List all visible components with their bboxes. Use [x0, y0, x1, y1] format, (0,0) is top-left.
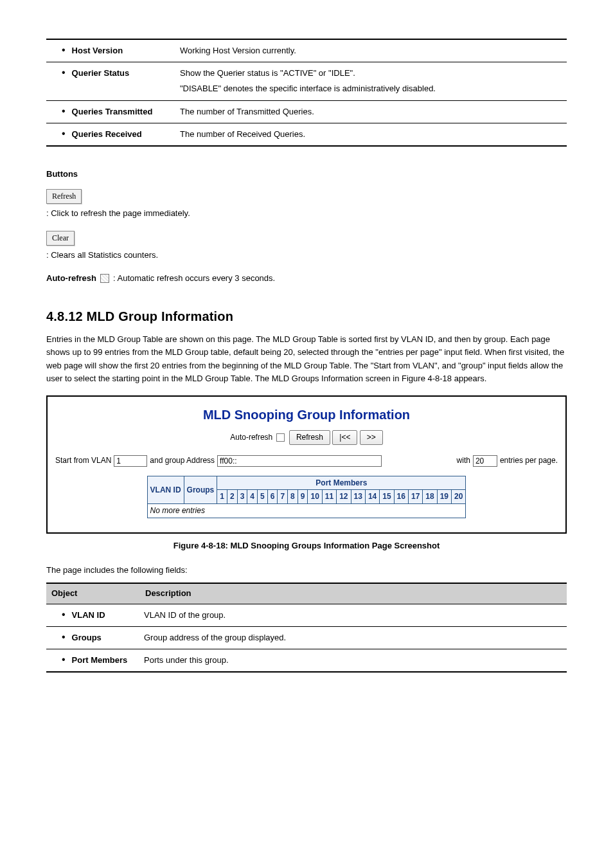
col-description: Description: [140, 583, 567, 604]
refresh-button-image: Refresh: [46, 189, 82, 204]
entries-suffix: entries per page.: [500, 455, 558, 466]
col-object: Object: [46, 583, 140, 604]
group-address-input[interactable]: [217, 455, 382, 467]
groups-label: Groups: [72, 632, 102, 644]
figure-caption: Figure 4-8-18: MLD Snooping Groups Infor…: [46, 540, 567, 552]
auto-refresh-label: Auto-refresh: [46, 273, 96, 284]
bottom-definition-table: Object Description • VLAN ID VLAN ID of …: [46, 583, 567, 673]
row-querier-desc: Show the Querier status is "ACTIVE" or "…: [176, 62, 567, 100]
panel-controls: Auto-refresh Refresh |<< >>: [55, 430, 558, 445]
vlan-id-desc: VLAN ID of the group.: [140, 604, 567, 626]
next-page-button[interactable]: >>: [360, 430, 383, 445]
auto-refresh-checkbox[interactable]: [276, 433, 285, 442]
port-col-4: 4: [247, 490, 258, 504]
row-querier-label: Querier Status: [72, 68, 130, 79]
clear-button-desc: : Clears all Statistics counters.: [46, 249, 567, 261]
auto-refresh-text: Auto-refresh: [230, 433, 272, 442]
row-qrx-desc: The number of Received Queries.: [176, 123, 567, 146]
port-members-desc: Ports under this group.: [140, 649, 567, 672]
col-groups: Groups: [184, 476, 217, 504]
port-col-1: 1: [217, 490, 227, 504]
refresh-button[interactable]: Refresh: [289, 430, 330, 445]
port-members-label: Port Members: [72, 655, 128, 666]
bullet-icon: •: [62, 655, 66, 665]
port-col-17: 17: [408, 490, 422, 504]
port-col-10: 10: [308, 490, 322, 504]
page: • Host Version Working Host Version curr…: [0, 0, 613, 698]
auto-refresh-desc: : Automatic refresh occurs every 3 secon…: [113, 273, 275, 284]
bullet-icon: •: [62, 68, 66, 78]
members-table: VLAN ID Groups Port Members 123456789101…: [147, 476, 466, 518]
port-col-11: 11: [322, 490, 336, 504]
col-vlan-id: VLAN ID: [147, 476, 184, 504]
row-qtx-desc: The number of Transmitted Queries.: [176, 100, 567, 123]
bullet-icon: •: [62, 106, 66, 116]
section-paragraph: Entries in the MLD Group Table are shown…: [46, 333, 567, 385]
checkbox-icon: [100, 274, 109, 283]
port-col-9: 9: [298, 490, 308, 504]
port-col-18: 18: [423, 490, 437, 504]
clear-button-image: Clear: [46, 231, 75, 246]
port-col-7: 7: [278, 490, 288, 504]
panel-title: MLD Snooping Group Information: [55, 403, 558, 426]
top-definition-table: • Host Version Working Host Version curr…: [46, 39, 567, 147]
start-vlan-input[interactable]: [114, 455, 147, 467]
port-col-12: 12: [337, 490, 351, 504]
buttons-heading: Buttons: [46, 168, 567, 180]
port-col-5: 5: [258, 490, 268, 504]
port-col-15: 15: [380, 490, 394, 504]
bullet-icon: •: [62, 129, 66, 139]
entries-per-page-input[interactable]: [473, 455, 497, 467]
port-col-20: 20: [452, 490, 466, 504]
with-label: with: [457, 455, 470, 466]
port-col-19: 19: [437, 490, 451, 504]
section-heading: 4.8.12 MLD Group Information: [46, 307, 567, 325]
col-port-members: Port Members: [217, 476, 466, 490]
groups-desc: Group address of the group displayed.: [140, 626, 567, 649]
port-col-16: 16: [394, 490, 408, 504]
port-col-13: 13: [351, 490, 365, 504]
port-col-8: 8: [288, 490, 298, 504]
row-hostversion-desc: Working Host Version currently.: [176, 39, 567, 62]
port-col-2: 2: [227, 490, 237, 504]
refresh-button-desc: : Click to refresh the page immediately.: [46, 208, 567, 219]
screenshot-panel: MLD Snooping Group Information Auto-refr…: [46, 395, 567, 534]
page-includes-line: The page includes the following fields:: [46, 565, 567, 576]
vlan-id-label: VLAN ID: [72, 610, 105, 621]
port-col-3: 3: [237, 490, 247, 504]
bullet-icon: •: [62, 45, 66, 55]
port-col-14: 14: [365, 490, 379, 504]
filter-line: Start from VLAN and group Address with e…: [55, 455, 558, 467]
group-address-label: and group Address: [150, 455, 215, 466]
port-col-6: 6: [267, 490, 278, 504]
row-qrx-label: Queries Received: [72, 129, 142, 140]
bullet-icon: •: [62, 610, 66, 620]
row-hostversion-label: Host Version: [72, 45, 123, 57]
no-entries-cell: No more entries: [147, 504, 466, 518]
row-qtx-label: Queries Transmitted: [72, 106, 153, 118]
first-page-button[interactable]: |<<: [332, 430, 357, 445]
bullet-icon: •: [62, 632, 66, 642]
start-vlan-label: Start from VLAN: [55, 455, 111, 466]
